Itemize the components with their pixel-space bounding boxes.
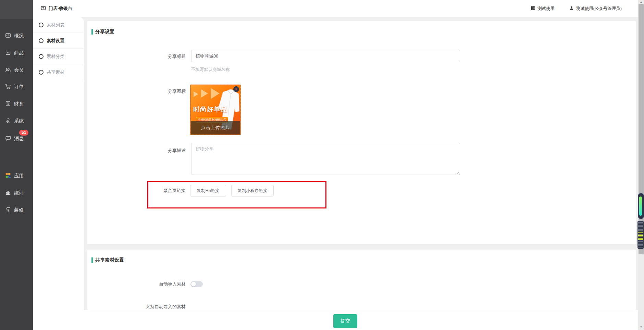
aggregate-link-label: 聚合页链接 (117, 188, 186, 194)
scrollbar-up-arrow[interactable]: ▲ (638, 0, 644, 4)
sidebar-item-overview[interactable]: 概况 (5, 31, 24, 40)
apps-icon (5, 172, 11, 180)
message-badge: 51 (19, 130, 28, 136)
goods-icon (5, 49, 11, 57)
stripe-block-gray (638, 241, 643, 248)
extension-stripe-widget (637, 221, 644, 249)
copy-h5-link-button[interactable]: 复制H5链接 (190, 185, 226, 196)
scrollbar-down-arrow[interactable]: ▼ (638, 325, 644, 329)
section-accent-bar (91, 257, 93, 263)
remove-image-button[interactable]: × (233, 86, 239, 92)
promo-headline: 时尚好单品 (193, 105, 227, 114)
test-use-button[interactable]: 测试使用 (530, 5, 555, 12)
page-title: 门店-收银台 (49, 5, 72, 12)
radio-circle-icon (39, 23, 44, 27)
orders-icon (5, 83, 11, 91)
sidebar-item-finance[interactable]: 财务 (5, 100, 24, 109)
sidebar-item-label: 财务 (14, 101, 24, 107)
auto-import-label: 自动导入素材 (117, 281, 186, 287)
section-accent-bar (91, 29, 93, 35)
sidebar-item-label: 系统 (14, 118, 24, 124)
page-scrollbar[interactable]: ▲ ▼ (638, 0, 644, 330)
subnav-label: 共享素材 (47, 69, 64, 75)
sidebar-item-label: 商品 (14, 50, 24, 56)
share-title-input[interactable] (191, 50, 460, 62)
subnav-item-material-settings[interactable]: 素材设置 (33, 33, 84, 49)
extension-gauge-widget (638, 193, 644, 219)
sidebar-item-stats[interactable]: 统计 (5, 189, 24, 198)
share-icon-upload[interactable]: 时尚好单品 个性时尚定制 畅销人气 点击上传照片 × (190, 85, 241, 135)
paint-roller-icon (5, 206, 11, 214)
gauge-gradient-bar (639, 196, 642, 216)
subnav-item-shared-material[interactable]: 共享素材 (33, 64, 84, 80)
sidebar-item-messages[interactable]: 消息 (5, 134, 24, 143)
members-icon (5, 66, 11, 74)
share-desc-label: 分享描述 (117, 148, 186, 154)
share-title-hint: 不填写默认商城名称 (191, 67, 230, 73)
form-footer: 提交 (84, 310, 638, 330)
share-title-label: 分享标题 (117, 53, 186, 60)
share-desc-textarea[interactable] (191, 143, 460, 175)
subnav-label: 素材设置 (47, 38, 64, 44)
sidebar-item-label: 消息 (14, 136, 24, 142)
subnav-item-material-category[interactable]: 素材分类 (33, 49, 84, 64)
sidebar-item-label: 概况 (14, 33, 24, 39)
sidebar-item-label: 装修 (14, 207, 24, 213)
sidebar-item-system[interactable]: 系统 (5, 117, 24, 126)
sidebar-item-label: 订单 (14, 84, 24, 90)
sidebar-item-apps[interactable]: 应用 (5, 172, 24, 180)
stripe-block-green (638, 232, 643, 241)
submit-button[interactable]: 提交 (333, 314, 357, 328)
account-label: 测试使用(公众号管理员) (576, 6, 622, 12)
radio-circle-icon (39, 70, 44, 75)
auto-import-toggle[interactable] (190, 281, 203, 287)
copy-miniprogram-link-button[interactable]: 复制小程序链接 (231, 185, 274, 196)
app-logo (0, 0, 33, 19)
shared-material-card: 共享素材设置 自动导入素材 支持自动导入的素材 (87, 250, 636, 310)
account-menu[interactable]: 测试使用(公众号管理员) (569, 5, 622, 12)
subnav-item-material-list[interactable]: 素材列表 (33, 17, 84, 33)
stats-icon (5, 189, 11, 197)
share-settings-card: 分享设置 分享标题 不填写默认商城名称 分享图标 时尚好单品 个性时尚定制 畅销… (87, 21, 636, 244)
radio-circle-icon (39, 38, 44, 43)
topbar: 门店-收银台 测试使用 测试使用(公众号管理员) (33, 0, 638, 17)
main-content: 分享设置 分享标题 不填写默认商城名称 分享图标 时尚好单品 个性时尚定制 畅销… (84, 17, 638, 330)
shared-material-title: 共享素材设置 (95, 257, 124, 263)
material-subnav: 素材列表 素材设置 素材分类 共享素材 (33, 17, 84, 330)
subnav-label: 素材列表 (47, 22, 64, 28)
page-title-wrap: 门店-收银台 (40, 5, 72, 12)
upload-overlay-label[interactable]: 点击上传照片 (191, 121, 240, 135)
sidebar-item-orders[interactable]: 订单 (5, 82, 24, 91)
stripe-block-gray (638, 222, 643, 232)
test-use-label: 测试使用 (537, 6, 555, 12)
sidebar-item-label: 应用 (14, 173, 24, 179)
primary-sidebar: 概况 商品 会员 订单 财务 系统 消息 51 应用 统计 装修 (0, 0, 33, 330)
dashboard-grid-icon (530, 5, 535, 12)
sidebar-item-goods[interactable]: 商品 (5, 49, 24, 58)
toggle-knob (191, 282, 196, 287)
message-icon (5, 135, 11, 143)
sidebar-item-label: 会员 (14, 67, 24, 73)
share-icon-label: 分享图标 (117, 88, 186, 94)
user-icon (569, 5, 574, 12)
share-settings-title: 分享设置 (95, 29, 114, 35)
subnav-label: 素材分类 (47, 53, 64, 60)
sidebar-item-label: 统计 (14, 190, 24, 196)
sidebar-item-decoration[interactable]: 装修 (5, 206, 24, 215)
support-auto-import-label: 支持自动导入的素材 (117, 304, 186, 310)
radio-circle-icon (39, 54, 44, 59)
cashier-icon (40, 5, 46, 12)
system-gear-icon (5, 117, 11, 125)
overview-icon (5, 32, 11, 40)
finance-icon (5, 100, 11, 108)
sidebar-item-members[interactable]: 会员 (5, 66, 24, 75)
